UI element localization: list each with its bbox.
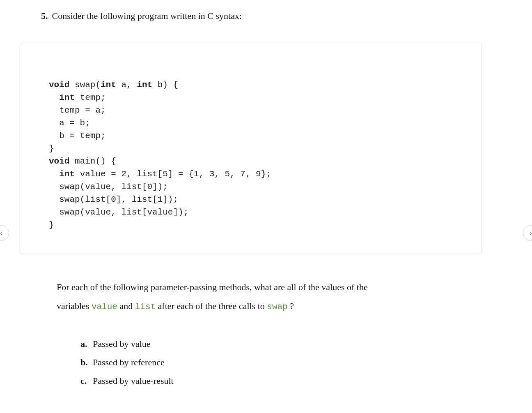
body-text: variables (57, 301, 92, 311)
inline-code-value: value (92, 302, 117, 311)
kw-int: int (59, 169, 75, 179)
code-line: a = b; (49, 118, 90, 128)
option-b: b. Passed by reference (80, 353, 174, 371)
code-line: swap(value, list[0]); (49, 182, 168, 192)
page-container: 5.Consider the following program written… (0, 0, 532, 413)
kw-int: int (59, 93, 75, 102)
code-text: a, (116, 80, 137, 90)
code-line: } (49, 220, 54, 230)
code-text (49, 169, 59, 179)
question-number: 5. (41, 11, 48, 21)
code-text: value = 2, list[5] = {1, 3, 5, 7, 9}; (75, 169, 271, 179)
code-line: b = temp; (49, 131, 106, 141)
chevron-left-icon: ‹ (0, 229, 2, 238)
next-button[interactable]: › (523, 225, 532, 241)
code-text: b) { (152, 80, 178, 90)
option-letter: c. (80, 371, 93, 390)
option-text: Passed by value-result (93, 371, 174, 390)
body-text: and (117, 301, 135, 311)
code-text: temp; (75, 93, 106, 102)
prev-button[interactable]: ‹ (0, 225, 9, 241)
kw-void: void (49, 80, 69, 90)
option-a: a. Passed by value (80, 335, 174, 353)
question-body: For each of the following parameter-pass… (57, 278, 495, 316)
inline-code-list: list (135, 302, 156, 311)
code-text: swap( (69, 80, 101, 90)
code-block: void swap(int a, int b) { int temp; temp… (20, 43, 482, 254)
chevron-right-icon: › (530, 229, 532, 238)
option-c: c. Passed by value-result (80, 371, 174, 390)
inline-code-swap: swap (267, 302, 287, 311)
option-text: Passed by reference (93, 353, 165, 371)
question-body-line2: variables value and list after each of t… (57, 297, 495, 316)
code-line: swap(value, list[value]); (49, 208, 188, 217)
code-content: void swap(int a, int b) { int temp; temp… (49, 78, 461, 231)
code-text: main() { (69, 157, 116, 166)
kw-int: int (137, 80, 152, 90)
question-prompt: Consider the following program written i… (52, 11, 242, 21)
question-body-line1: For each of the following parameter-pass… (57, 278, 495, 297)
option-letter: a. (80, 335, 93, 353)
option-letter: b. (80, 353, 93, 371)
code-line: temp = a; (49, 106, 106, 115)
code-line: } (49, 144, 54, 153)
body-text: after each of the three calls to (156, 301, 267, 311)
code-line: swap(list[0], list[1]); (49, 195, 178, 204)
kw-void: void (49, 157, 69, 166)
body-text: ? (288, 301, 294, 311)
options-list: a. Passed by value b. Passed by referenc… (80, 335, 174, 390)
question-header: 5.Consider the following program written… (41, 9, 507, 23)
code-text (49, 93, 59, 102)
kw-int: int (101, 80, 116, 90)
option-text: Passed by value (93, 335, 151, 353)
